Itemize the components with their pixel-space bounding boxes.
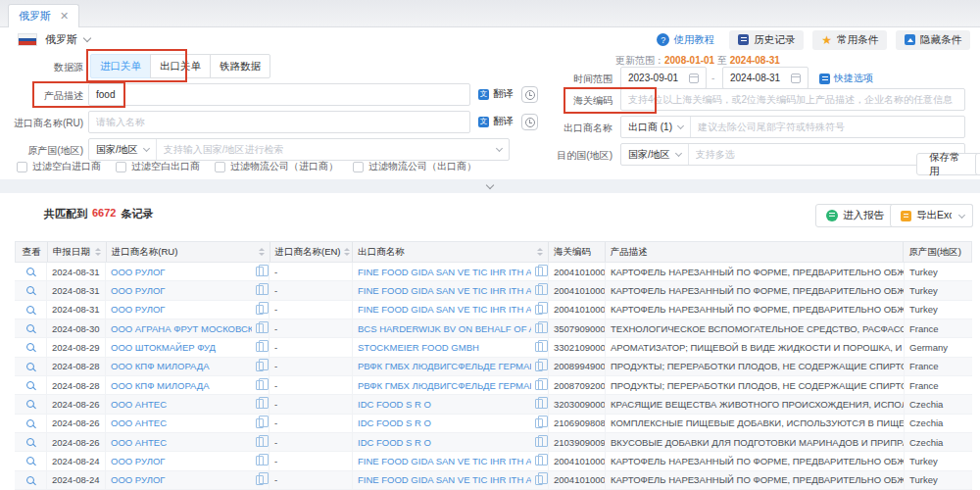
importer-ru-link[interactable]: ООО АНТЕС [111, 417, 252, 428]
view-magnifier-icon[interactable] [26, 476, 34, 484]
copy-icon[interactable] [256, 285, 264, 295]
importer-ru-link[interactable]: ООО КПФ МИЛОРАДА [111, 361, 252, 371]
hide-conditions-button[interactable]: 隐藏条件 [896, 30, 970, 50]
importer-ru-link[interactable]: ООО ШТОКМАЙЕР ФУД [111, 342, 252, 353]
copy-icon[interactable] [535, 456, 543, 466]
view-magnifier-icon[interactable] [26, 324, 34, 332]
favorite-conditions-button[interactable]: 常用条件 [812, 30, 887, 50]
view-magnifier-icon[interactable] [26, 419, 34, 427]
importer-ru-link[interactable]: ООО РУЛОГ [111, 267, 252, 277]
col-header-importer-en[interactable]: 进口商名称(EN) [270, 242, 354, 262]
importer-ru-link[interactable]: ООО РУЛОГ [111, 285, 252, 296]
col-header-declare-date[interactable]: 申报日期 [48, 242, 107, 262]
quick-options-link[interactable]: 快捷选项 [819, 72, 873, 85]
copy-icon[interactable] [535, 267, 543, 276]
origin-input[interactable]: 国家/地区 支持输入国家/地区进行检索 [88, 138, 510, 161]
view-magnifier-icon[interactable] [26, 286, 34, 294]
exporter-link[interactable]: IDC FOOD S R O [358, 399, 531, 410]
exporter-link[interactable]: IDC FOOD S R O [358, 417, 531, 428]
chevron-down-icon[interactable] [83, 34, 91, 42]
copy-icon[interactable] [256, 267, 264, 276]
origin-select[interactable]: 国家/地区 [96, 139, 157, 160]
filter-checkbox[interactable]: 过滤物流公司（出口商） [353, 160, 476, 173]
view-magnifier-icon[interactable] [26, 306, 34, 314]
importer-ru-link[interactable]: ООО РУЛОГ [111, 474, 252, 485]
copy-icon[interactable] [535, 475, 543, 485]
importer-input[interactable]: 请输入名称 [88, 111, 470, 133]
copy-icon[interactable] [256, 456, 264, 466]
filter-checkbox[interactable]: 过滤空白出口商 [116, 160, 200, 173]
exporter-link[interactable]: BCS HARDERWIJK BV ON BEHALF OF AG [358, 323, 531, 334]
col-header-importer-ru[interactable]: 进口商名称(RU) [107, 242, 270, 262]
sort-icon[interactable] [341, 248, 350, 256]
tab-russia[interactable]: 俄罗斯 ✕ [8, 4, 79, 27]
translate-button[interactable]: 翻译 [478, 115, 514, 128]
importer-ru-link[interactable]: ООО КПФ МИЛОРАДА [111, 380, 252, 391]
copy-icon[interactable] [256, 342, 264, 352]
importer-ru-link[interactable]: ООО АГРАНА ФРУТ МОСКОВСКИЙ РЕГ [111, 323, 252, 334]
copy-icon[interactable] [535, 362, 543, 371]
filter-checkbox[interactable]: 过滤物流公司（进口商） [215, 160, 338, 173]
sort-icon[interactable] [534, 248, 543, 256]
view-magnifier-icon[interactable] [26, 438, 34, 446]
exporter-link[interactable]: FINE FOOD GIDA SAN VE TIC IHR ITH A S [358, 456, 531, 466]
exporter-link[interactable]: РВФК ГМБХ ЛЮДВИГСФЕЛЬДЕ ГЕРМАН [358, 380, 531, 391]
copy-icon[interactable] [256, 399, 264, 409]
copy-icon[interactable] [535, 380, 543, 390]
hs-code-input[interactable]: 支持4位以上海关编码，或2位海关编码加上产品描述，企业名称的任意信息 [620, 88, 965, 111]
copy-icon[interactable] [535, 305, 543, 315]
copy-icon[interactable] [256, 362, 264, 371]
save-favorite-button[interactable]: 保存常用 [916, 153, 980, 175]
checkbox-icon[interactable] [116, 162, 126, 172]
copy-icon[interactable] [535, 285, 543, 295]
exporter-link[interactable]: FINE FOOD GIDA SAN VE TIC IHR ITH A S [358, 285, 531, 296]
help-link[interactable]: ? 使用教程 [657, 33, 714, 47]
destination-select[interactable]: 国家/地区 [628, 144, 689, 165]
view-magnifier-icon[interactable] [26, 400, 34, 408]
exporter-link[interactable]: FINE FOOD GIDA SAN VE TIC IHR ITH A S [358, 267, 531, 277]
importer-ru-link[interactable]: ООО РУЛОГ [111, 456, 252, 466]
tab-import-declarations[interactable]: 进口关单 [90, 54, 151, 78]
copy-icon[interactable] [256, 418, 264, 428]
tab-railway-data[interactable]: 铁路数据 [210, 54, 270, 78]
translate-button[interactable]: 翻译 [478, 87, 514, 101]
exporter-link[interactable]: FINE FOOD GIDA SAN VE TIC IHR ITH A S [358, 474, 531, 485]
date-to-input[interactable]: 2024-08-31 [722, 67, 808, 89]
copy-icon[interactable] [535, 399, 543, 409]
tab-export-declarations[interactable]: 出口关单 [150, 54, 211, 78]
sort-icon[interactable] [92, 248, 101, 256]
export-options-button[interactable] [952, 204, 973, 227]
view-magnifier-icon[interactable] [26, 268, 34, 275]
view-magnifier-icon[interactable] [26, 457, 34, 465]
destination-input[interactable]: 国家/地区 支持多选 [620, 143, 965, 166]
checkbox-icon[interactable] [215, 162, 225, 172]
copy-icon[interactable] [256, 475, 264, 485]
collapse-panel-bar[interactable] [0, 179, 980, 193]
importer-ru-link[interactable]: ООО АНТЕС [111, 437, 252, 448]
filter-checkbox[interactable]: 过滤空白进口商 [17, 160, 101, 173]
checkbox-icon[interactable] [353, 162, 364, 172]
copy-icon[interactable] [535, 437, 543, 447]
copy-icon[interactable] [535, 323, 543, 333]
exporter-select[interactable]: 出口商 (1) [628, 117, 691, 137]
exporter-link[interactable]: РВФК ГМБХ ЛЮДВИГСФЕЛЬДЕ ГЕРМАН [358, 361, 531, 371]
exporter-input[interactable]: 出口商 (1) 建议去除公司尾部字符或特殊符号 [620, 116, 965, 138]
view-magnifier-icon[interactable] [26, 363, 34, 370]
col-header-exporter[interactable]: 出口商名称 [353, 242, 549, 262]
copy-icon[interactable] [256, 437, 264, 447]
copy-icon[interactable] [256, 323, 264, 333]
exporter-link[interactable]: STOCKMEIER FOOD GMBH [358, 342, 531, 353]
copy-icon[interactable] [256, 380, 264, 390]
enter-report-button[interactable]: 进入报告 [815, 204, 895, 227]
copy-icon[interactable] [256, 305, 264, 315]
importer-ru-link[interactable]: ООО АНТЕС [111, 399, 252, 410]
product-desc-input[interactable]: food [88, 83, 470, 106]
partial-button[interactable] [975, 153, 980, 175]
copy-icon[interactable] [535, 418, 543, 428]
copy-icon[interactable] [535, 342, 543, 352]
history-button[interactable]: 历史记录 [729, 30, 804, 50]
exporter-link[interactable]: FINE FOOD GIDA SAN VE TIC IHR ITH A S [358, 304, 531, 315]
close-icon[interactable]: ✕ [60, 11, 69, 22]
view-magnifier-icon[interactable] [26, 343, 34, 351]
sort-icon[interactable] [256, 248, 265, 256]
